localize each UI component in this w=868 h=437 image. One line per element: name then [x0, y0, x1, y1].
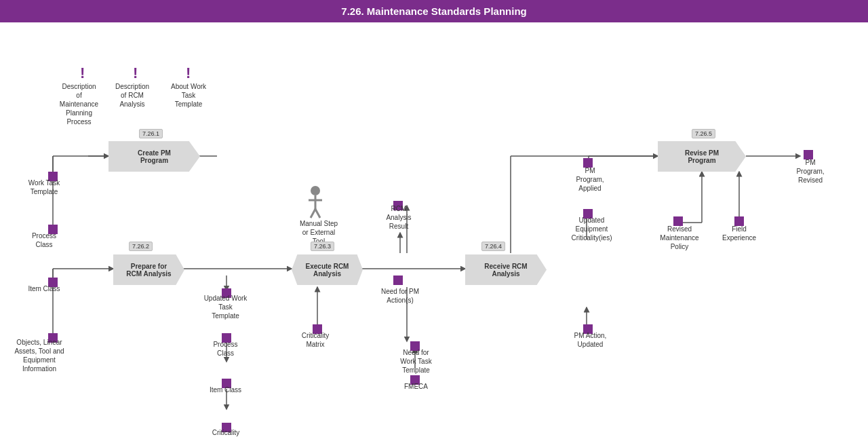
exclamation-maintenance: !	[80, 64, 85, 82]
execute-rcm-node[interactable]: Execute RCMAnalysis	[292, 254, 363, 285]
field-exp-label: FieldExperience	[712, 225, 766, 242]
prepare-rcm-node[interactable]: Prepare forRCM Analysis	[113, 254, 184, 285]
pm-applied-label: PMProgram,Applied	[563, 166, 617, 193]
revised-maintenance-label: RevisedMaintenancePolicy	[649, 225, 710, 251]
revise-pm-node[interactable]: Revise PMProgram	[658, 141, 746, 172]
criticality-matrix-std-label: CriticalityMatrixStandards	[189, 428, 263, 437]
rcm-result-label: RCMAnalysisResult	[372, 204, 426, 231]
title-text: 7.26. Maintenance Standards Planning	[341, 5, 526, 17]
updated-work-task-label: Updated WorkTaskTemplate	[190, 294, 261, 320]
svg-line-32	[311, 209, 315, 218]
badge-7262: 7.26.2	[129, 242, 153, 251]
title-bar: 7.26. Maintenance Standards Planning	[0, 0, 868, 22]
create-pm-node[interactable]: Create PMProgram	[108, 141, 200, 172]
updated-equip-label: UpdatedEquipmentCriticality(ies)	[559, 216, 624, 242]
badge-7264: 7.26.4	[481, 242, 505, 251]
badge-7263: 7.26.3	[311, 242, 334, 251]
badge-7261: 7.26.1	[139, 129, 163, 138]
need-work-task-label: Need forWork TaskTemplate	[384, 348, 448, 375]
exclamation-rcm: !	[133, 64, 138, 82]
svg-point-29	[311, 186, 320, 195]
pm-revised-label: PMProgram,Revised	[783, 158, 837, 185]
item-class-2-label: Item Class	[190, 385, 261, 394]
badge-7265: 7.26.5	[692, 129, 715, 138]
criticality-matrix-label: CriticalityMatrix	[281, 331, 349, 349]
desc-rcm-label: Descriptionof RCMAnalysis	[105, 82, 159, 109]
need-pm-square	[393, 276, 403, 285]
receive-rcm-node[interactable]: Receive RCMAnalysis	[465, 254, 547, 285]
item-class-1-label: Item Class	[14, 284, 75, 293]
exclamation-work-task: !	[186, 64, 191, 82]
process-class-2-label: ProcessClass	[190, 340, 261, 358]
about-work-task-label: About WorkTaskTemplate	[161, 82, 216, 109]
need-pm-label: Need for PMAction(s)	[370, 287, 430, 305]
fmeca-label: FMECA	[384, 382, 448, 391]
process-class-1-label: ProcessClass	[14, 231, 75, 249]
pm-action-label: PM Action,Updated	[561, 331, 619, 349]
diagram: ! ! ! DescriptionofMaintenancePlanningPr…	[0, 22, 868, 435]
svg-line-33	[315, 209, 320, 218]
objects-label: Objects, LinearAssets, Tool andEquipment…	[5, 338, 73, 373]
work-task-label: Work TaskTemplate	[14, 178, 75, 196]
desc-maintenance-label: DescriptionofMaintenancePlanningProcess	[50, 82, 108, 126]
manual-step-icon	[305, 185, 326, 219]
